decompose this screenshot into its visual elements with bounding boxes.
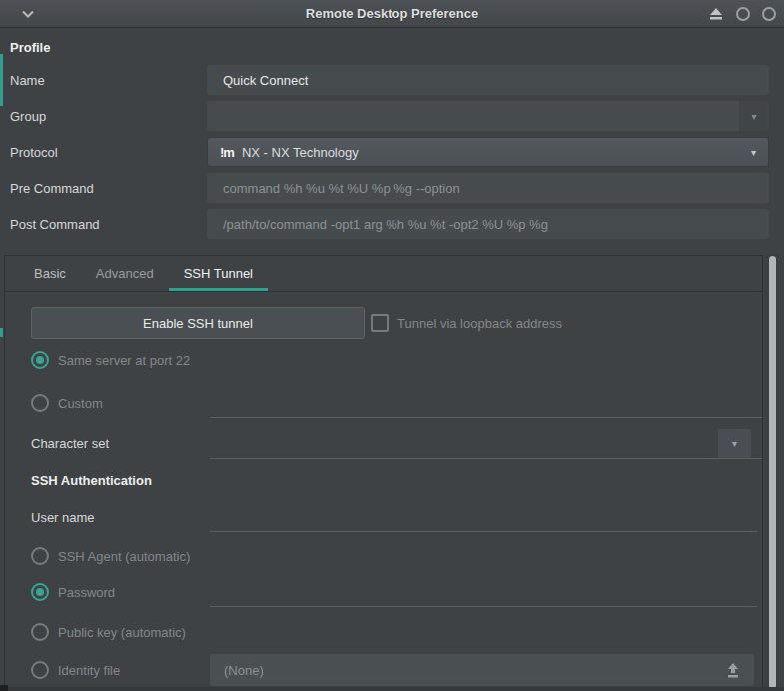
pre-command-label: Pre Command — [10, 181, 207, 196]
identity-file-radio[interactable] — [31, 661, 49, 679]
custom-radio[interactable] — [31, 394, 49, 412]
protocol-row: Protocol !m NX - NX Technology ▾ — [10, 137, 769, 167]
charset-dropdown-button[interactable]: ▾ — [718, 429, 751, 458]
upload-icon — [726, 663, 740, 678]
group-dropdown-arrow-icon[interactable]: ▾ — [739, 101, 769, 131]
public-key-label: Public key (automatic) — [58, 625, 186, 640]
public-key-radio-row[interactable]: Public key (automatic) — [31, 622, 762, 642]
loopback-checkbox[interactable] — [371, 314, 389, 332]
group-combobox[interactable]: ▾ — [207, 101, 769, 131]
name-label: Name — [10, 73, 207, 88]
tab-basic[interactable]: Basic — [19, 256, 81, 291]
ssh-tunnel-page: Enable SSH tunnel Tunnel via loopback ad… — [5, 292, 762, 686]
post-command-label: Post Command — [10, 217, 207, 232]
charset-combobox[interactable]: ▾ — [210, 428, 762, 459]
window-menu-button[interactable] — [20, 6, 36, 22]
tunnel-enable-row: Enable SSH tunnel Tunnel via loopback ad… — [31, 307, 762, 339]
loopback-checkbox-row[interactable]: Tunnel via loopback address — [371, 314, 562, 332]
custom-label: Custom — [58, 396, 103, 411]
profile-heading: Profile — [10, 40, 769, 55]
password-radio[interactable] — [31, 583, 49, 601]
background-window-edge — [0, 54, 3, 106]
settings-notebook: Basic Advanced SSH Tunnel Enable SSH tun… — [4, 255, 763, 691]
post-command-row: Post Command — [10, 209, 769, 239]
window-controls — [708, 0, 776, 28]
titlebar: Remote Desktop Preference — [0, 0, 784, 28]
identity-file-label: Identity file — [58, 663, 120, 678]
protocol-dropdown-arrow-icon: ▾ — [751, 147, 756, 158]
window-title: Remote Desktop Preference — [0, 6, 784, 21]
shade-button[interactable] — [708, 8, 724, 20]
group-row: Group ▾ — [10, 101, 769, 131]
close-button[interactable] — [762, 7, 776, 21]
identity-file-chooser[interactable]: (None) — [210, 654, 754, 686]
enable-ssh-tunnel-button[interactable]: Enable SSH tunnel — [31, 307, 365, 339]
post-command-input[interactable] — [207, 209, 769, 239]
password-row: Password — [31, 577, 762, 607]
same-server-radio-row[interactable]: Same server at port 22 — [31, 350, 762, 370]
window-corner-speck — [0, 685, 8, 691]
window-bottom-edge — [0, 687, 784, 691]
tab-ssh-tunnel[interactable]: SSH Tunnel — [169, 256, 268, 291]
loopback-label: Tunnel via loopback address — [397, 316, 562, 331]
name-row: Name — [10, 65, 769, 95]
same-server-radio[interactable] — [31, 351, 49, 369]
pre-command-row: Pre Command — [10, 173, 769, 203]
ssh-agent-label: SSH Agent (automatic) — [58, 549, 190, 564]
nx-protocol-icon: !m — [220, 145, 234, 160]
ssh-auth-heading: SSH Authentication — [31, 473, 762, 488]
background-window-edge — [0, 328, 3, 337]
tab-bar: Basic Advanced SSH Tunnel — [5, 256, 762, 292]
profile-section: Profile Name Group ▾ Protocol !m NX - NX… — [0, 28, 784, 239]
name-input[interactable] — [207, 65, 769, 95]
custom-server-row: Custom — [31, 388, 762, 418]
username-label: User name — [31, 510, 95, 525]
password-label: Password — [58, 585, 115, 600]
ssh-agent-radio-row[interactable]: SSH Agent (automatic) — [31, 546, 762, 566]
ssh-agent-radio[interactable] — [31, 547, 49, 565]
group-label: Group — [10, 109, 207, 124]
custom-server-input[interactable] — [210, 388, 762, 418]
protocol-dropdown[interactable]: !m NX - NX Technology ▾ — [207, 137, 769, 167]
pre-command-input[interactable] — [207, 173, 769, 203]
same-server-label: Same server at port 22 — [58, 353, 190, 368]
username-row: User name — [31, 502, 762, 532]
protocol-label: Protocol — [10, 145, 207, 160]
scrollbar-thumb[interactable] — [769, 256, 776, 689]
maximize-button[interactable] — [736, 7, 750, 21]
chevron-down-icon — [22, 10, 34, 18]
charset-label: Character set — [31, 436, 109, 451]
charset-row: Character set ▾ — [31, 428, 762, 459]
password-input[interactable] — [210, 577, 757, 607]
identity-file-row: Identity file (None) — [31, 654, 762, 686]
public-key-radio[interactable] — [31, 623, 49, 641]
tab-advanced[interactable]: Advanced — [81, 256, 169, 291]
username-input[interactable] — [210, 502, 757, 532]
identity-file-value: (None) — [224, 663, 264, 678]
protocol-value: NX - NX Technology — [242, 145, 359, 160]
